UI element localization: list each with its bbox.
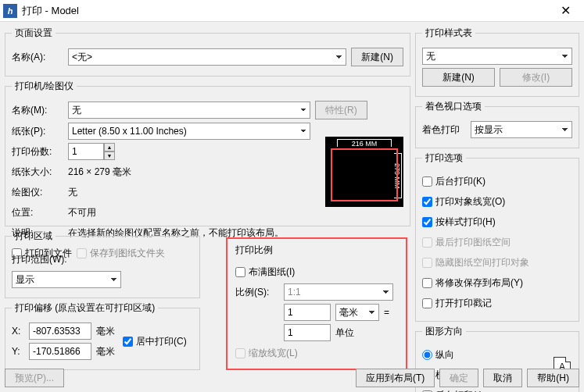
copies-spinner[interactable]: ▲▼ [68, 143, 115, 160]
ratio-label: 比例(S): [235, 286, 279, 299]
help-button[interactable]: 帮助(H) [527, 369, 579, 387]
x-label: X: [12, 326, 24, 337]
paper-label: 纸张(P): [12, 125, 63, 138]
opt-last-space: 最后打印图纸空间 [422, 236, 511, 249]
page-setup-legend: 页面设置 [12, 27, 56, 40]
page-setup-group: 页面设置 名称(A): <无> 新建(N) [5, 27, 410, 77]
x-input[interactable] [29, 323, 91, 340]
style-edit-button[interactable]: 修改(I) [500, 68, 572, 87]
print-area-legend: 打印区域 [12, 230, 56, 243]
opt-bg[interactable]: 后台打印(K) [422, 175, 485, 188]
spin-up-icon[interactable]: ▲ [104, 143, 115, 151]
orient-portrait[interactable]: 纵向 [422, 348, 454, 362]
ok-button[interactable]: 确定 [439, 369, 478, 387]
footer: 预览(P)... 应用到布局(T) 确定 取消 帮助(H) [5, 369, 579, 387]
printer-name-label: 名称(M): [12, 104, 63, 117]
style-legend: 打印样式表 [422, 27, 475, 40]
offset-group: 打印偏移 (原点设置在可打印区域) X: 毫米 Y: 毫米 居中打印(C) [5, 301, 200, 370]
style-select[interactable]: 无 [422, 48, 572, 65]
pagesetup-name-label: 名称(A): [12, 51, 63, 64]
shade-group: 着色视口选项 着色打印 按显示 [415, 100, 579, 148]
opt-hide-space: 隐藏图纸空间打印对象 [422, 256, 529, 269]
opt-lw[interactable]: 打印对象线宽(O) [422, 195, 505, 208]
printer-name-select[interactable]: 无 [68, 102, 310, 119]
offset-legend: 打印偏移 (原点设置在可打印区域) [12, 301, 158, 315]
opt-bystyle[interactable]: 按样式打印(H) [422, 216, 496, 229]
scale-val2[interactable] [284, 324, 331, 341]
range-label: 打印范围(W): [12, 253, 67, 266]
size-value: 216 × 279 毫米 [68, 166, 131, 179]
fit-paper-check[interactable]: 布满图纸(I) [235, 265, 295, 279]
size-label: 纸张大小: [12, 166, 63, 179]
options-group: 打印选项 后台打印(K) 打印对象线宽(O) 按样式打印(H) 最后打印图纸空间… [415, 151, 579, 322]
preview-outline [331, 148, 398, 201]
location-value: 不可用 [68, 206, 96, 219]
style-group: 打印样式表 无 新建(N) 修改(I) [415, 27, 579, 97]
orient-reverse[interactable]: 反向打印(-) [422, 389, 482, 393]
y-label: Y: [12, 346, 24, 357]
preview-button[interactable]: 预览(P)... [5, 369, 64, 387]
spin-down-icon[interactable]: ▼ [104, 151, 115, 160]
scale-lw-check: 缩放线宽(L) [235, 347, 298, 360]
copies-label: 打印份数: [12, 145, 63, 159]
close-button[interactable]: ✕ [550, 0, 581, 22]
location-label: 位置: [12, 206, 63, 219]
shade-label: 着色打印 [422, 123, 466, 137]
printer-group: 打印机/绘图仪 名称(M): 无 特性(R) 纸张(P): Letter (8.… [5, 80, 410, 226]
scale-group: 打印比例 布满图纸(I) 比例(S): 1:1 毫米 = 单位 缩放线宽(L) [226, 237, 407, 370]
printer-legend: 打印机/绘图仪 [12, 80, 77, 93]
window-title: 打印 - Model [22, 4, 550, 18]
preview-width-label: 216 MM [337, 139, 392, 147]
scale-unit1[interactable]: 毫米 [335, 304, 379, 321]
scale-val1[interactable] [284, 304, 331, 321]
shade-select[interactable]: 按显示 [471, 121, 572, 138]
app-icon: h [3, 4, 17, 18]
center-check[interactable]: 居中打印(C) [123, 335, 187, 348]
opt-stamp[interactable]: 打开打印戳记 [422, 297, 492, 310]
y-unit: 毫米 [96, 345, 115, 358]
ratio-select[interactable]: 1:1 [284, 283, 393, 301]
plotter-value: 无 [68, 186, 77, 199]
options-legend: 打印选项 [422, 151, 466, 165]
pagesetup-new-button[interactable]: 新建(N) [351, 48, 403, 66]
paper-preview: 216 MM 279 MM [325, 137, 403, 207]
copies-input[interactable] [68, 143, 104, 160]
print-area-group: 打印区域 打印范围(W): 显示 [5, 230, 200, 298]
range-select[interactable]: 显示 [12, 271, 121, 288]
printer-props-button[interactable]: 特性(R) [315, 101, 367, 119]
title-bar: h 打印 - Model ✕ [0, 0, 584, 22]
opt-save-layout[interactable]: 将修改保存到布局(Y) [422, 276, 523, 290]
paper-select[interactable]: Letter (8.50 x 11.00 Inches) [68, 123, 310, 140]
apply-button[interactable]: 应用到布局(T) [356, 369, 435, 387]
shade-legend: 着色视口选项 [422, 100, 485, 113]
style-new-button[interactable]: 新建(N) [422, 68, 495, 87]
scale-unit2: 单位 [335, 326, 354, 340]
x-unit: 毫米 [96, 325, 115, 338]
y-input[interactable] [29, 343, 91, 360]
pagesetup-name-select[interactable]: <无> [68, 48, 346, 66]
equals-label: = [384, 307, 389, 318]
plotter-label: 绘图仪: [12, 186, 63, 199]
scale-legend: 打印比例 [235, 244, 398, 257]
orient-legend: 图形方向 [422, 325, 466, 338]
cancel-button[interactable]: 取消 [483, 369, 522, 387]
